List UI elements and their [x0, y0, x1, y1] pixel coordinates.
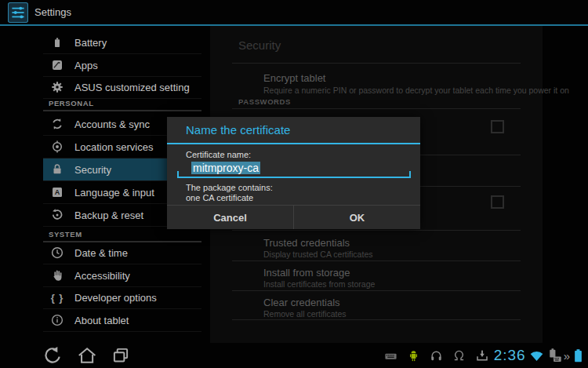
checkbox-unchecked — [491, 120, 504, 133]
section-header-label: PERSONAL — [43, 96, 201, 107]
sidebar-item-label: Language & input — [74, 187, 154, 199]
braces-icon: { } — [50, 290, 64, 304]
battery-icon — [50, 35, 64, 49]
divider — [232, 63, 521, 64]
sidebar-item-apps[interactable]: Apps — [43, 54, 201, 77]
sidebar-item-label: Battery — [74, 37, 107, 49]
clear-credentials-row-title: Clear credentials — [263, 297, 340, 308]
encrypt-tablet-row-title: Encrypt tablet — [263, 72, 326, 84]
dock-battery-icon — [546, 348, 562, 364]
sidebar-section-system: SYSTEM — [43, 227, 201, 242]
action-bar: Settings — [0, 0, 588, 24]
page-title: Settings — [34, 6, 71, 18]
usb-debugging-android-icon — [407, 349, 420, 363]
lock-icon — [50, 162, 64, 177]
language-icon: A — [50, 185, 64, 199]
panel-title: Security — [238, 38, 281, 52]
sidebar-item-accessibility[interactable]: Accessibility — [43, 264, 201, 287]
info-icon — [50, 313, 64, 327]
trusted-credentials-row-title: Trusted credentials — [263, 237, 350, 249]
name-certificate-dialog: Name the certificate Certificate name: m… — [167, 117, 420, 229]
headphones-icon — [430, 349, 443, 363]
status-tray[interactable]: 2:36 » — [384, 343, 586, 368]
checkbox-unchecked — [491, 195, 504, 209]
apps-icon — [50, 58, 64, 72]
sidebar-item-label: ASUS customized setting — [74, 82, 190, 93]
passwords-section-header: PASSWORDS — [238, 97, 291, 106]
package-contains-label: The package contains: — [186, 183, 273, 192]
divider — [232, 319, 521, 320]
divider — [232, 290, 521, 291]
hand-icon — [50, 268, 64, 282]
install-notification-icon — [475, 348, 489, 363]
clock-time[interactable]: 2:36 — [494, 347, 526, 364]
sidebar-item-label: Backup & reset — [74, 210, 143, 221]
gear-icon — [50, 80, 64, 94]
system-bar: 2:36 » — [0, 343, 588, 368]
sidebar-item-about-tablet[interactable]: About tablet — [43, 309, 201, 332]
svg-text:A: A — [55, 188, 60, 196]
selected-input-text: mitmproxy-ca — [191, 162, 260, 174]
sidebar-item-label: Date & time — [74, 247, 128, 259]
certificate-name-input[interactable]: mitmproxy-ca — [177, 161, 411, 178]
encrypt-tablet-row-subtitle: Require a numeric PIN or password to dec… — [263, 86, 569, 95]
sidebar-item-label: Accessibility — [74, 270, 130, 282]
wifi-icon — [528, 348, 545, 364]
keyboard-icon — [384, 349, 397, 363]
headset-icon — [452, 349, 466, 363]
dialog-button-bar: Cancel OK — [167, 205, 420, 229]
ok-button[interactable]: OK — [294, 206, 420, 229]
sidebar-item-label: Developer options — [74, 292, 157, 304]
divider — [232, 230, 521, 231]
sidebar-item-battery[interactable]: Battery — [43, 31, 201, 54]
sidebar-item-date-time[interactable]: Date & time — [43, 242, 201, 264]
sidebar-item-label: Apps — [74, 60, 98, 71]
divider — [232, 108, 521, 109]
install-from-storage-row-title: Install from storage — [263, 267, 350, 279]
certificate-name-label: Certificate name: — [186, 150, 251, 159]
settings-app-icon — [8, 2, 28, 23]
divider — [232, 261, 521, 261]
package-contents-value: one CA certificate — [186, 193, 253, 202]
battery-icon — [571, 348, 586, 364]
recents-button[interactable] — [111, 345, 131, 366]
chevron-right-icon: » — [564, 349, 570, 363]
clock-icon — [50, 246, 64, 260]
cancel-button[interactable]: Cancel — [167, 206, 294, 229]
android-settings-screen: Settings Battery Apps — [0, 0, 588, 368]
dialog-title: Name the certificate — [186, 123, 290, 137]
sidebar-item-developer-options[interactable]: { } Developer options — [43, 286, 201, 309]
trusted-credentials-row-subtitle: Display trusted CA certificates — [263, 250, 372, 259]
clear-credentials-row-subtitle: Remove all certificates — [263, 309, 347, 319]
back-button[interactable] — [42, 345, 63, 366]
sidebar-item-label: Accounts & sync — [74, 118, 150, 130]
home-button[interactable] — [76, 345, 96, 366]
sync-icon — [50, 117, 64, 131]
sidebar-item-label: Security — [74, 164, 111, 176]
install-from-storage-row-subtitle: Install certificates from storage — [263, 279, 375, 289]
sidebar-section-personal: PERSONAL — [43, 96, 201, 111]
location-icon — [50, 140, 64, 154]
backup-icon — [50, 208, 64, 222]
sidebar-item-label: About tablet — [74, 315, 129, 326]
dialog-title-divider — [167, 143, 420, 144]
sidebar-item-label: Location services — [74, 141, 153, 153]
